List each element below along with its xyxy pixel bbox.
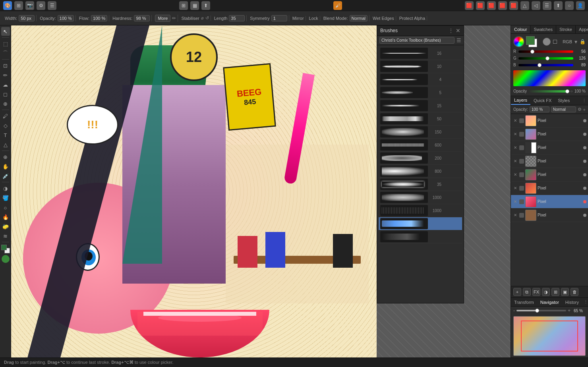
export-icon[interactable]: ⬆ (201, 1, 210, 10)
circle-icon[interactable]: ○ (565, 1, 574, 10)
brush-item-13[interactable]: 1000 (379, 204, 462, 217)
duplicate-layer-btn[interactable]: ⧉ (523, 288, 531, 296)
width-value[interactable]: 50 px (19, 15, 35, 21)
color-wheel[interactable] (513, 36, 524, 47)
layer-vis-6[interactable]: ✕ (513, 185, 518, 191)
tool-eyedropper[interactable]: 💉 (1, 172, 10, 180)
brushes-list[interactable]: 16 10 4 5 (377, 45, 464, 299)
layer-item-8[interactable]: ✕ Pixel (511, 209, 588, 222)
layer-vis-5[interactable]: ✕ (513, 172, 518, 178)
layer-item-1[interactable]: ✕ Pixel (511, 114, 588, 127)
tool-smudge[interactable]: ☁ (1, 80, 10, 89)
mask-layer-btn[interactable]: ▣ (561, 288, 569, 296)
grid-icon[interactable]: ⊞ (14, 1, 23, 10)
brush-persona[interactable]: 🖌 (333, 1, 342, 10)
layer-vis-2[interactable]: ✕ (513, 131, 518, 137)
tool-eraser[interactable]: ◻ (1, 90, 10, 99)
canvas-content[interactable]: !!! 12 BEEG 845 (11, 25, 377, 357)
brush-item-9[interactable]: 200 (379, 152, 462, 165)
tab-colour[interactable]: Colour (511, 25, 530, 33)
history1-icon[interactable]: 🟥 (465, 1, 474, 10)
layer-check-3[interactable] (519, 145, 524, 150)
nav-menu-icon[interactable]: ⋮ (582, 298, 588, 306)
tool-crop[interactable]: ⊡ (1, 61, 10, 70)
canvas-area[interactable]: !!! 12 BEEG 845 (11, 25, 511, 357)
b-value[interactable]: 89 (574, 63, 586, 67)
color-swatches[interactable] (1, 245, 10, 253)
brushes-list-icon[interactable]: ☰ (456, 37, 461, 43)
tool-cursor[interactable]: ↖ (1, 27, 10, 36)
tool-hand[interactable]: ✋ (1, 162, 10, 171)
layer-check-2[interactable] (519, 132, 524, 137)
blend-mode-select[interactable]: Normal (350, 15, 368, 21)
layer-check-5[interactable] (519, 172, 524, 177)
tool-lasso[interactable]: ⌒ (1, 49, 10, 58)
layer-item-7[interactable]: ✕ Pixel (511, 195, 588, 209)
tool-fill[interactable]: 🪣 (1, 193, 10, 202)
symmetry-value[interactable]: 1 (271, 15, 287, 21)
fx-layer-btn[interactable]: FX (532, 288, 540, 296)
tab-appearance[interactable]: Appearance (576, 25, 588, 33)
brush-item-10[interactable]: 800 (379, 165, 462, 178)
tool-gradient[interactable]: ◑ (1, 184, 10, 193)
tool-text[interactable]: T (1, 131, 10, 139)
tab-history[interactable]: History (562, 298, 582, 306)
color-mode-label[interactable]: RGB (563, 39, 572, 44)
layer-item-6[interactable]: ✕ Pixel (511, 182, 588, 195)
history2-icon[interactable]: 🟥 (476, 1, 485, 10)
zoom-track[interactable] (516, 310, 566, 311)
color-gradient-bar[interactable] (513, 70, 586, 86)
layer-check-1[interactable] (519, 118, 524, 123)
add-layer-btn[interactable]: + (513, 288, 521, 296)
settings-icon[interactable]: ⚙ (37, 1, 45, 10)
color-mode-dropdown[interactable]: ▾ (574, 39, 577, 45)
r-value[interactable]: 56 (574, 49, 586, 54)
tool-pen[interactable]: 🖊 (1, 112, 10, 120)
layer-vis-7[interactable]: ✕ (513, 199, 518, 205)
tab-swatches[interactable]: Swatches (530, 25, 556, 33)
layer-vis-1[interactable]: ✕ (513, 118, 518, 124)
history5-icon[interactable]: 🟥 (509, 1, 518, 10)
layer-item-2[interactable]: ✕ Pixel (511, 127, 588, 141)
brushes-close-icon[interactable]: ✕ (456, 27, 460, 34)
length-value[interactable]: 35 (229, 15, 245, 21)
layers-more-icon[interactable]: + (583, 107, 586, 112)
layers-menu-icon[interactable]: ⋮ (580, 97, 588, 105)
export2-icon[interactable]: ⬆ (554, 1, 563, 10)
prefs-icon[interactable]: ☰ (48, 1, 56, 10)
adjust-layer-btn[interactable]: ◑ (542, 288, 550, 296)
history3-icon[interactable]: 🟥 (487, 1, 496, 10)
zoom-minus-btn[interactable]: - (513, 308, 515, 313)
layer-item-4[interactable]: ✕ Pixel (511, 155, 588, 168)
layer-item-3[interactable]: ✕ Pixel (511, 141, 588, 155)
brush-item-5[interactable]: 15 (379, 99, 462, 112)
layers-list[interactable]: ✕ Pixel ✕ Pixel (511, 114, 588, 286)
r-slider[interactable] (518, 50, 573, 53)
layers-settings-icon[interactable]: ⚙ (578, 107, 582, 112)
tool-selection[interactable]: ⬚ (1, 39, 10, 48)
brush-item-12[interactable]: 1000 (379, 191, 462, 204)
layer-vis-4[interactable]: ✕ (513, 158, 518, 164)
tab-stroke[interactable]: Stroke (556, 25, 576, 33)
brush-item-7[interactable]: 150 (379, 126, 462, 139)
photo-icon[interactable]: 📷 (25, 1, 34, 10)
layer-check-7[interactable] (519, 199, 524, 204)
grid2-icon[interactable]: ⊞ (179, 1, 188, 10)
brush-item-6[interactable]: 50 (379, 112, 462, 126)
layer-item-5[interactable]: ✕ Pixel (511, 168, 588, 182)
zoom-value[interactable]: 65 % (574, 309, 586, 313)
layout-icon[interactable]: ▦ (190, 1, 199, 10)
g-slider[interactable] (518, 57, 573, 60)
history4-icon[interactable]: 🟥 (498, 1, 507, 10)
delete-layer-btn[interactable]: 🗑 (571, 288, 578, 296)
tab-styles[interactable]: Styles (555, 97, 573, 104)
fg-color-swatch2[interactable] (526, 36, 535, 45)
g-value[interactable]: 126 (574, 56, 586, 60)
tab-transform[interactable]: Transform (511, 298, 537, 306)
back-icon[interactable]: ◁ (532, 1, 540, 10)
brush-item-1[interactable]: 16 (379, 47, 462, 60)
triangle-icon[interactable]: △ (520, 1, 529, 10)
tool-sponge[interactable]: 🧽 (1, 222, 10, 231)
tab-layers[interactable]: Layers (511, 96, 530, 105)
more-button[interactable]: More (155, 15, 170, 22)
